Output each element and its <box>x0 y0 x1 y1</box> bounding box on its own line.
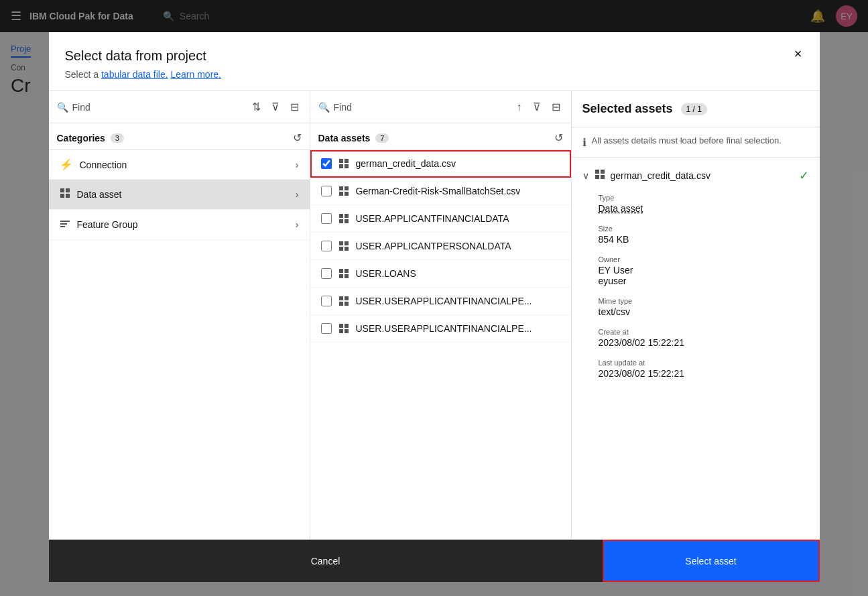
select-asset-button[interactable]: Select asset <box>603 540 820 582</box>
svg-rect-31 <box>339 324 343 328</box>
search-icon-left: 🔍 <box>57 102 68 113</box>
data-asset-label: Data asset <box>77 189 289 200</box>
asset-checkbox-applicant-financial[interactable] <box>321 213 332 224</box>
svg-rect-0 <box>60 188 64 192</box>
asset-checkbox-german-credit[interactable] <box>321 158 332 169</box>
mime-label: Mime type <box>599 297 809 305</box>
detail-type: Type Data asset <box>599 194 809 214</box>
info-banner: ℹ All assets details must load before fi… <box>572 127 820 158</box>
owner-label: Owner <box>599 255 809 263</box>
connection-icon: ⚡ <box>60 158 73 171</box>
asset-label-german-credit: german_credit_data.csv <box>356 158 560 169</box>
owner-name: EY User <box>599 265 809 276</box>
data-assets-count: 7 <box>375 133 389 143</box>
sort-button-middle[interactable]: ↑ <box>514 99 525 116</box>
categories-toolbar-icons: ⇅ ⊽ ⊟ <box>249 98 302 116</box>
category-item-connection[interactable]: ⚡ Connection › <box>49 150 310 180</box>
asset-item-user-app-financial-2[interactable]: USER.USERAPPLICANTFINANCIALPE... <box>310 315 571 343</box>
asset-item-credit-risk[interactable]: German-Credit-Risk-SmallBatchSet.csv <box>310 178 571 205</box>
selected-assets-title: Selected assets <box>582 102 673 116</box>
connection-label: Connection <box>80 160 289 170</box>
data-assets-toolbar: 🔍 Find ↑ ⊽ ⊟ <box>310 91 571 123</box>
asset-icon-user-app-financial-1 <box>338 296 349 306</box>
modal-title: Select data from project <box>65 48 804 64</box>
modal-overlay: Select data from project Select a tabula… <box>0 0 868 596</box>
modal-subtitle: Select a tabular data file. Learn more. <box>65 69 804 80</box>
detail-mime: Mime type text/csv <box>599 297 809 317</box>
info-text: All assets details must load before fina… <box>592 135 782 145</box>
selected-assets-count: 1 / 1 <box>681 103 707 115</box>
svg-rect-22 <box>345 247 349 251</box>
info-icon: ℹ <box>582 136 586 149</box>
svg-rect-12 <box>345 186 349 190</box>
selected-file-header: ∨ german_credit_data.csv ✓ <box>582 168 809 183</box>
asset-checkbox-credit-risk[interactable] <box>321 186 332 196</box>
selected-file-section: ∨ german_credit_data.csv ✓ <box>572 158 820 400</box>
svg-rect-16 <box>345 214 349 218</box>
selected-assets-header: Selected assets 1 / 1 <box>572 91 820 127</box>
svg-rect-19 <box>339 241 343 245</box>
asset-checkbox-user-app-financial-2[interactable] <box>321 323 332 334</box>
svg-rect-8 <box>345 159 349 163</box>
svg-rect-14 <box>345 192 349 196</box>
updated-value: 2023/08/02 15:22:21 <box>599 368 809 379</box>
selected-file-name: german_credit_data.csv <box>611 170 794 181</box>
detail-size: Size 854 KB <box>599 225 809 245</box>
view-button-left[interactable]: ⊟ <box>288 98 302 116</box>
categories-refresh-button[interactable]: ↺ <box>293 131 302 144</box>
categories-search[interactable]: 🔍 Find <box>57 102 244 113</box>
asset-label-user-app-financial-1: USER.USERAPPLICANTFINANCIALPE... <box>356 296 560 306</box>
svg-rect-21 <box>339 247 343 251</box>
check-icon: ✓ <box>799 168 809 183</box>
data-assets-search[interactable]: 🔍 Find <box>318 102 509 113</box>
filter-button-middle[interactable]: ⊽ <box>530 98 544 116</box>
tabular-link[interactable]: tabular data file. <box>101 69 168 80</box>
feature-group-label: Feature Group <box>77 219 289 230</box>
cancel-button[interactable]: Cancel <box>49 540 603 582</box>
svg-rect-5 <box>60 223 67 225</box>
svg-rect-29 <box>339 302 343 306</box>
search-icon-middle: 🔍 <box>318 102 330 113</box>
asset-icon-credit-risk <box>338 186 349 196</box>
asset-item-applicant-financial[interactable]: USER.APPLICANTFINANCIALDATA <box>310 205 571 233</box>
detail-owner: Owner EY User eyuser <box>599 255 809 286</box>
svg-rect-3 <box>66 194 70 198</box>
svg-rect-11 <box>339 186 343 190</box>
asset-checkbox-loans[interactable] <box>321 268 332 279</box>
view-button-middle[interactable]: ⊟ <box>549 98 563 116</box>
svg-rect-36 <box>601 170 605 174</box>
svg-rect-15 <box>339 214 343 218</box>
asset-checkbox-applicant-personal[interactable] <box>321 241 332 251</box>
asset-item-loans[interactable]: USER.LOANS <box>310 260 571 288</box>
svg-rect-1 <box>66 188 70 192</box>
asset-item-user-app-financial-1[interactable]: USER.USERAPPLICANTFINANCIALPE... <box>310 288 571 315</box>
size-label: Size <box>599 225 809 233</box>
svg-rect-30 <box>345 302 349 306</box>
category-item-data-asset[interactable]: Data asset › <box>49 180 310 210</box>
svg-rect-32 <box>345 324 349 328</box>
svg-rect-28 <box>345 296 349 300</box>
type-label: Type <box>599 194 809 202</box>
categories-title: Categories <box>57 133 105 143</box>
size-value: 854 KB <box>599 234 809 245</box>
data-assets-section-header: Data assets 7 ↺ <box>310 123 571 150</box>
selected-assets-panel: Selected assets 1 / 1 ℹ All assets detai… <box>572 91 820 539</box>
sort-button-left[interactable]: ⇅ <box>249 98 263 116</box>
mime-value: text/csv <box>599 306 809 317</box>
filter-button-left[interactable]: ⊽ <box>269 98 282 116</box>
category-item-feature-group[interactable]: Feature Group › <box>49 210 310 240</box>
collapse-button[interactable]: ∨ <box>582 170 589 181</box>
svg-rect-38 <box>601 175 605 179</box>
categories-count: 3 <box>111 133 124 143</box>
type-value: Data asset <box>599 203 809 214</box>
modal-header: Select data from project Select a tabula… <box>49 32 820 91</box>
asset-item-german-credit[interactable]: german_credit_data.csv <box>310 150 571 178</box>
asset-checkbox-user-app-financial-1[interactable] <box>321 296 332 306</box>
asset-icon-user-app-financial-2 <box>338 323 349 334</box>
asset-icon-loans <box>338 268 349 279</box>
asset-item-applicant-personal[interactable]: USER.APPLICANTPERSONALDATA <box>310 233 571 260</box>
detail-created: Create at 2023/08/02 15:22:21 <box>599 328 809 348</box>
data-assets-refresh-button[interactable]: ↺ <box>554 131 563 144</box>
close-button[interactable]: × <box>788 43 809 64</box>
learn-more-link[interactable]: Learn more. <box>171 69 221 80</box>
